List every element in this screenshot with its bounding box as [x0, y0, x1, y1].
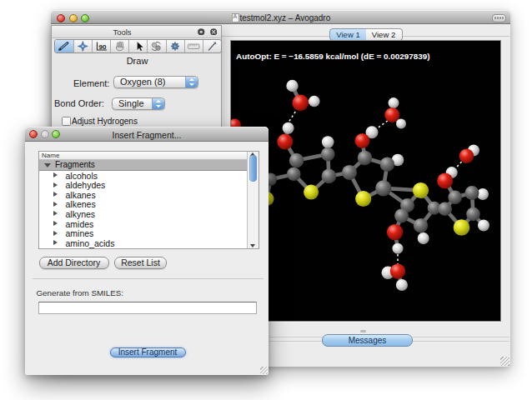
svg-text:90: 90 — [98, 42, 106, 50]
svg-text:AutoOpt: E = −16.5859 kcal/mol: AutoOpt: E = −16.5859 kcal/mol (dE = 0.0… — [236, 52, 429, 61]
